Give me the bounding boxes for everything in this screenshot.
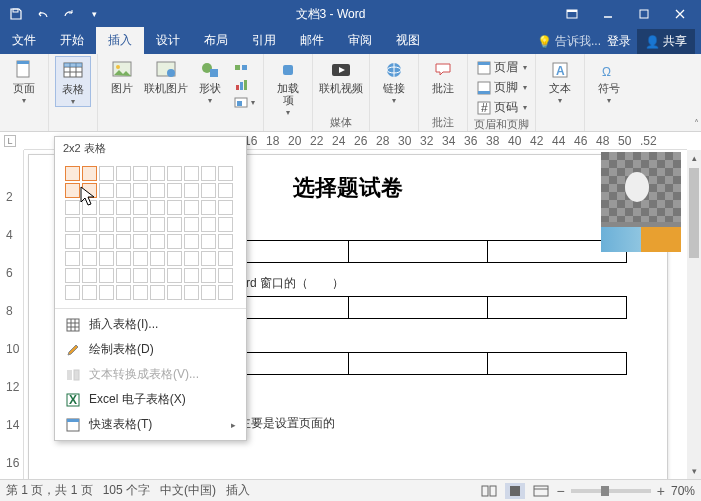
grid-cell[interactable]: [116, 200, 131, 215]
draw-table-menuitem[interactable]: 绘制表格(D): [55, 337, 246, 362]
grid-cell[interactable]: [65, 251, 80, 266]
links-button[interactable]: 链接▾: [376, 56, 412, 105]
picture-button[interactable]: 图片: [104, 56, 140, 94]
grid-cell[interactable]: [65, 285, 80, 300]
grid-cell[interactable]: [99, 234, 114, 249]
grid-cell[interactable]: [201, 234, 216, 249]
grid-cell[interactable]: [133, 234, 148, 249]
grid-cell[interactable]: [82, 285, 97, 300]
grid-cell[interactable]: [99, 285, 114, 300]
redo-icon[interactable]: [56, 2, 80, 26]
excel-spreadsheet-menuitem[interactable]: XExcel 电子表格(X): [55, 387, 246, 412]
grid-cell[interactable]: [82, 217, 97, 232]
read-mode-icon[interactable]: [479, 483, 499, 499]
symbol-button[interactable]: Ω符号▾: [591, 56, 627, 105]
grid-cell[interactable]: [133, 183, 148, 198]
grid-cell[interactable]: [82, 183, 97, 198]
grid-cell[interactable]: [218, 183, 233, 198]
tab-selector[interactable]: L: [4, 135, 16, 147]
insert-table-menuitem[interactable]: 插入表格(I)...: [55, 312, 246, 337]
grid-cell[interactable]: [184, 268, 199, 283]
tab-mailings[interactable]: 邮件: [288, 27, 336, 54]
grid-cell[interactable]: [82, 200, 97, 215]
print-layout-icon[interactable]: [505, 483, 525, 499]
grid-cell[interactable]: [150, 200, 165, 215]
grid-cell[interactable]: [150, 166, 165, 181]
grid-cell[interactable]: [167, 268, 182, 283]
grid-cell[interactable]: [99, 268, 114, 283]
scroll-up-icon[interactable]: ▴: [687, 150, 701, 166]
grid-cell[interactable]: [167, 183, 182, 198]
minimize-icon[interactable]: [591, 2, 625, 26]
grid-cell[interactable]: [167, 234, 182, 249]
smartart-button[interactable]: [232, 60, 257, 76]
grid-cell[interactable]: [116, 183, 131, 198]
grid-cell[interactable]: [65, 200, 80, 215]
grid-cell[interactable]: [184, 285, 199, 300]
tab-file[interactable]: 文件: [0, 27, 48, 54]
insert-mode[interactable]: 插入: [226, 482, 250, 499]
word-count[interactable]: 105 个字: [103, 482, 150, 499]
share-button[interactable]: 👤共享: [637, 29, 695, 54]
grid-cell[interactable]: [150, 268, 165, 283]
zoom-level[interactable]: 70%: [671, 484, 695, 498]
tab-design[interactable]: 设计: [144, 27, 192, 54]
grid-cell[interactable]: [201, 200, 216, 215]
tab-insert[interactable]: 插入: [96, 27, 144, 54]
tab-layout[interactable]: 布局: [192, 27, 240, 54]
addins-button[interactable]: 加载 项▾: [270, 56, 306, 117]
save-icon[interactable]: [4, 2, 28, 26]
zoom-handle[interactable]: [601, 486, 609, 496]
quick-tables-menuitem[interactable]: 快速表格(T)▸: [55, 412, 246, 437]
pages-button[interactable]: 页面▾: [6, 56, 42, 105]
grid-cell[interactable]: [133, 251, 148, 266]
grid-cell[interactable]: [65, 183, 80, 198]
page-number-button[interactable]: #页码▾: [475, 98, 529, 117]
grid-cell[interactable]: [116, 251, 131, 266]
grid-cell[interactable]: [201, 251, 216, 266]
screenshot-button[interactable]: ▾: [232, 94, 257, 110]
grid-cell[interactable]: [184, 217, 199, 232]
grid-cell[interactable]: [218, 234, 233, 249]
tab-view[interactable]: 视图: [384, 27, 432, 54]
grid-cell[interactable]: [116, 285, 131, 300]
grid-cell[interactable]: [167, 217, 182, 232]
grid-cell[interactable]: [218, 251, 233, 266]
zoom-slider[interactable]: [571, 489, 651, 493]
grid-cell[interactable]: [116, 234, 131, 249]
grid-cell[interactable]: [65, 217, 80, 232]
grid-cell[interactable]: [133, 217, 148, 232]
qat-customize-icon[interactable]: ▾: [82, 2, 106, 26]
comments-button[interactable]: 批注: [425, 56, 461, 94]
zoom-out-icon[interactable]: −: [557, 483, 565, 499]
online-video-button[interactable]: 联机视频: [319, 56, 363, 94]
text-button[interactable]: A文本▾: [542, 56, 578, 105]
grid-cell[interactable]: [184, 234, 199, 249]
grid-cell[interactable]: [133, 200, 148, 215]
shapes-button[interactable]: 形状▾: [192, 56, 228, 105]
footer-button[interactable]: 页脚▾: [475, 78, 529, 97]
grid-cell[interactable]: [150, 251, 165, 266]
grid-cell[interactable]: [133, 166, 148, 181]
grid-cell[interactable]: [99, 183, 114, 198]
grid-cell[interactable]: [99, 200, 114, 215]
grid-cell[interactable]: [167, 251, 182, 266]
grid-cell[interactable]: [201, 183, 216, 198]
table-size-grid[interactable]: [55, 160, 246, 308]
close-icon[interactable]: [663, 2, 697, 26]
grid-cell[interactable]: [167, 166, 182, 181]
web-layout-icon[interactable]: [531, 483, 551, 499]
maximize-icon[interactable]: [627, 2, 661, 26]
collapse-ribbon-icon[interactable]: ˄: [694, 118, 699, 129]
grid-cell[interactable]: [99, 166, 114, 181]
grid-cell[interactable]: [150, 217, 165, 232]
grid-cell[interactable]: [184, 200, 199, 215]
grid-cell[interactable]: [65, 268, 80, 283]
grid-cell[interactable]: [218, 200, 233, 215]
zoom-in-icon[interactable]: +: [657, 483, 665, 499]
grid-cell[interactable]: [150, 285, 165, 300]
language-status[interactable]: 中文(中国): [160, 482, 216, 499]
chart-button[interactable]: [232, 77, 257, 93]
grid-cell[interactable]: [167, 200, 182, 215]
grid-cell[interactable]: [82, 251, 97, 266]
